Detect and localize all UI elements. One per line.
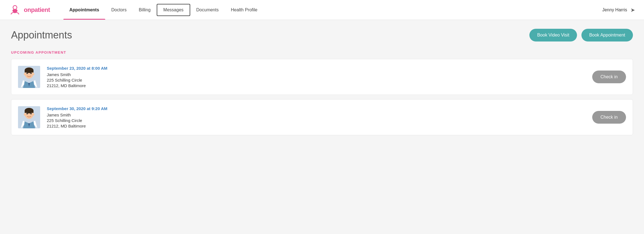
svg-point-14 bbox=[33, 113, 34, 116]
checkin-button-2[interactable]: Check in bbox=[592, 111, 626, 124]
user-name: Jenny Harris bbox=[602, 7, 627, 12]
upcoming-appointment-section-label: UPCOMING APPOINTMENT bbox=[11, 50, 633, 54]
book-video-visit-button[interactable]: Book Video Visit bbox=[529, 29, 577, 41]
svg-point-13 bbox=[24, 113, 25, 116]
nav-item-health-profile[interactable]: Health Profile bbox=[225, 0, 264, 20]
nav-item-billing[interactable]: Billing bbox=[133, 0, 157, 20]
appointment-city-1: 21212, MD Baltimore bbox=[47, 83, 586, 88]
appointment-date-1: September 23, 2020 at 8:00 AM bbox=[47, 66, 586, 71]
header: onpatient Appointments Doctors Billing M… bbox=[0, 0, 644, 20]
svg-point-6 bbox=[33, 73, 34, 75]
logout-icon[interactable]: ➤ bbox=[630, 7, 635, 13]
doctor-avatar-2 bbox=[18, 106, 40, 128]
svg-point-8 bbox=[30, 73, 32, 74]
nav-item-messages[interactable]: Messages bbox=[157, 4, 190, 16]
action-buttons: Book Video Visit Book Appointment bbox=[529, 29, 633, 41]
nav-item-appointments[interactable]: Appointments bbox=[63, 0, 105, 20]
main-content: Appointments Book Video Visit Book Appoi… bbox=[0, 20, 644, 149]
appointment-doctor-name-1: James Smith bbox=[47, 72, 586, 77]
header-right: Jenny Harris ➤ bbox=[602, 7, 635, 13]
svg-point-16 bbox=[30, 113, 32, 115]
appointment-info-1: September 23, 2020 at 8:00 AM James Smit… bbox=[47, 66, 586, 88]
svg-rect-4 bbox=[25, 70, 34, 72]
nav-item-doctors[interactable]: Doctors bbox=[105, 0, 133, 20]
checkin-button-1[interactable]: Check in bbox=[592, 71, 626, 83]
appointment-address-1: 225 Schilling Circle bbox=[47, 78, 586, 82]
svg-point-7 bbox=[27, 73, 28, 74]
book-appointment-button[interactable]: Book Appointment bbox=[581, 29, 633, 41]
svg-rect-12 bbox=[25, 111, 34, 113]
page-title-row: Appointments Book Video Visit Book Appoi… bbox=[11, 29, 633, 41]
appointment-card-1: September 23, 2020 at 8:00 AM James Smit… bbox=[11, 59, 633, 95]
logo-text: onpatient bbox=[24, 6, 50, 14]
svg-point-0 bbox=[13, 6, 17, 9]
svg-point-5 bbox=[24, 73, 25, 75]
logo[interactable]: onpatient bbox=[9, 4, 50, 16]
doctor-avatar-1 bbox=[18, 66, 40, 88]
appointment-date-2: September 30, 2020 at 9:20 AM bbox=[47, 106, 586, 111]
appointment-card-2: September 30, 2020 at 9:20 AM James Smit… bbox=[11, 99, 633, 135]
appointment-info-2: September 30, 2020 at 9:20 AM James Smit… bbox=[47, 106, 586, 128]
appointment-city-2: 21212, MD Baltimore bbox=[47, 124, 586, 128]
page-title: Appointments bbox=[11, 29, 72, 41]
appointment-address-2: 225 Schilling Circle bbox=[47, 118, 586, 123]
nav-item-documents[interactable]: Documents bbox=[190, 0, 225, 20]
logo-icon bbox=[9, 4, 21, 16]
main-nav: Appointments Doctors Billing Messages Do… bbox=[63, 0, 602, 20]
svg-point-15 bbox=[27, 113, 28, 115]
appointment-doctor-name-2: James Smith bbox=[47, 113, 586, 117]
